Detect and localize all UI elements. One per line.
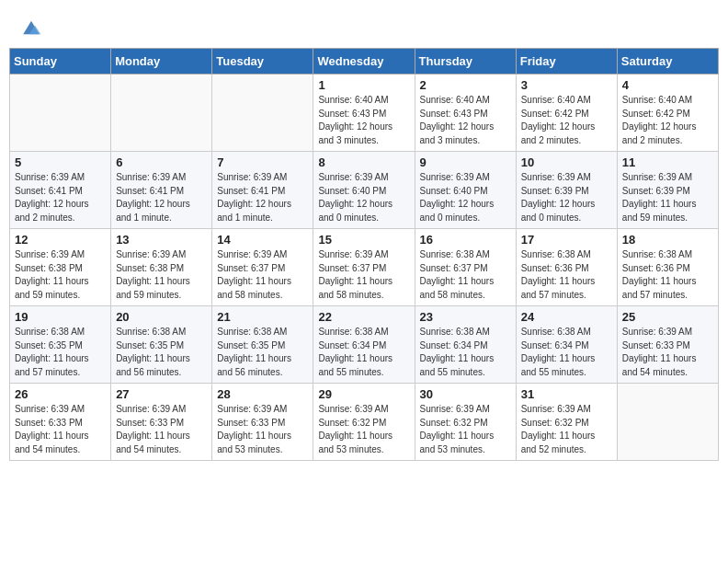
day-info: Sunrise: 6:39 AM Sunset: 6:40 PM Dayligh… xyxy=(318,171,409,224)
day-info: Sunrise: 6:38 AM Sunset: 6:34 PM Dayligh… xyxy=(318,326,409,379)
day-info: Sunrise: 6:38 AM Sunset: 6:34 PM Dayligh… xyxy=(521,326,612,379)
calendar-cell: 3Sunrise: 6:40 AM Sunset: 6:42 PM Daylig… xyxy=(516,75,617,152)
day-info: Sunrise: 6:39 AM Sunset: 6:37 PM Dayligh… xyxy=(318,248,409,302)
day-info: Sunrise: 6:38 AM Sunset: 6:35 PM Dayligh… xyxy=(116,326,207,379)
day-number: 21 xyxy=(217,310,308,324)
day-info: Sunrise: 6:38 AM Sunset: 6:36 PM Dayligh… xyxy=(521,248,612,302)
day-number: 19 xyxy=(15,310,106,324)
day-info: Sunrise: 6:39 AM Sunset: 6:39 PM Dayligh… xyxy=(622,171,713,224)
day-number: 7 xyxy=(217,155,308,169)
calendar-cell: 15Sunrise: 6:39 AM Sunset: 6:37 PM Dayli… xyxy=(313,229,415,306)
calendar-cell: 4Sunrise: 6:40 AM Sunset: 6:42 PM Daylig… xyxy=(617,75,718,152)
weekday-header-cell: Tuesday xyxy=(212,49,313,75)
calendar-cell: 9Sunrise: 6:39 AM Sunset: 6:40 PM Daylig… xyxy=(415,152,516,229)
calendar-cell: 19Sunrise: 6:38 AM Sunset: 6:35 PM Dayli… xyxy=(10,306,111,384)
calendar-week-row: 19Sunrise: 6:38 AM Sunset: 6:35 PM Dayli… xyxy=(10,306,719,384)
day-number: 4 xyxy=(622,78,713,92)
day-info: Sunrise: 6:40 AM Sunset: 6:43 PM Dayligh… xyxy=(420,94,511,147)
day-number: 13 xyxy=(116,233,207,247)
calendar-cell: 31Sunrise: 6:39 AM Sunset: 6:32 PM Dayli… xyxy=(516,384,617,461)
calendar-cell: 27Sunrise: 6:39 AM Sunset: 6:33 PM Dayli… xyxy=(111,384,212,461)
calendar-table: SundayMondayTuesdayWednesdayThursdayFrid… xyxy=(9,48,719,461)
day-number: 17 xyxy=(521,233,612,247)
calendar-week-row: 5Sunrise: 6:39 AM Sunset: 6:41 PM Daylig… xyxy=(10,152,719,229)
day-number: 30 xyxy=(420,387,511,401)
day-number: 18 xyxy=(622,233,713,247)
calendar-cell: 2Sunrise: 6:40 AM Sunset: 6:43 PM Daylig… xyxy=(415,75,516,152)
day-info: Sunrise: 6:38 AM Sunset: 6:37 PM Dayligh… xyxy=(420,248,511,302)
calendar-cell: 28Sunrise: 6:39 AM Sunset: 6:33 PM Dayli… xyxy=(212,384,313,461)
calendar-cell: 20Sunrise: 6:38 AM Sunset: 6:35 PM Dayli… xyxy=(111,306,212,384)
day-info: Sunrise: 6:38 AM Sunset: 6:35 PM Dayligh… xyxy=(217,326,308,379)
day-info: Sunrise: 6:38 AM Sunset: 6:34 PM Dayligh… xyxy=(420,326,511,379)
day-info: Sunrise: 6:40 AM Sunset: 6:42 PM Dayligh… xyxy=(622,94,713,147)
calendar-cell: 10Sunrise: 6:39 AM Sunset: 6:39 PM Dayli… xyxy=(516,152,617,229)
day-info: Sunrise: 6:40 AM Sunset: 6:42 PM Dayligh… xyxy=(521,94,612,147)
day-info: Sunrise: 6:39 AM Sunset: 6:39 PM Dayligh… xyxy=(521,171,612,224)
day-info: Sunrise: 6:39 AM Sunset: 6:38 PM Dayligh… xyxy=(116,248,207,302)
day-number: 12 xyxy=(15,233,106,247)
calendar-cell: 21Sunrise: 6:38 AM Sunset: 6:35 PM Dayli… xyxy=(212,306,313,384)
day-number: 25 xyxy=(622,310,713,324)
calendar-week-row: 12Sunrise: 6:39 AM Sunset: 6:38 PM Dayli… xyxy=(10,229,719,306)
logo xyxy=(18,17,42,39)
day-number: 3 xyxy=(521,78,612,92)
day-info: Sunrise: 6:39 AM Sunset: 6:32 PM Dayligh… xyxy=(318,403,409,456)
day-number: 9 xyxy=(420,155,511,169)
day-number: 27 xyxy=(116,387,207,401)
day-number: 1 xyxy=(318,78,409,92)
day-info: Sunrise: 6:39 AM Sunset: 6:33 PM Dayligh… xyxy=(15,403,106,456)
day-number: 31 xyxy=(521,387,612,401)
calendar-cell xyxy=(617,384,718,461)
calendar-cell xyxy=(111,75,212,152)
weekday-header-cell: Monday xyxy=(111,49,212,75)
day-number: 14 xyxy=(217,233,308,247)
weekday-header-row: SundayMondayTuesdayWednesdayThursdayFrid… xyxy=(10,49,719,75)
calendar-cell: 26Sunrise: 6:39 AM Sunset: 6:33 PM Dayli… xyxy=(10,384,111,461)
day-info: Sunrise: 6:39 AM Sunset: 6:33 PM Dayligh… xyxy=(116,403,207,456)
day-info: Sunrise: 6:39 AM Sunset: 6:41 PM Dayligh… xyxy=(15,171,106,224)
calendar-cell: 7Sunrise: 6:39 AM Sunset: 6:41 PM Daylig… xyxy=(212,152,313,229)
calendar-cell: 24Sunrise: 6:38 AM Sunset: 6:34 PM Dayli… xyxy=(516,306,617,384)
weekday-header-cell: Saturday xyxy=(617,49,718,75)
day-number: 8 xyxy=(318,155,409,169)
day-number: 5 xyxy=(15,155,106,169)
calendar-cell xyxy=(10,75,111,152)
day-number: 11 xyxy=(622,155,713,169)
day-info: Sunrise: 6:39 AM Sunset: 6:33 PM Dayligh… xyxy=(217,403,308,456)
weekday-header-cell: Friday xyxy=(516,49,617,75)
calendar-cell: 23Sunrise: 6:38 AM Sunset: 6:34 PM Dayli… xyxy=(415,306,516,384)
day-info: Sunrise: 6:39 AM Sunset: 6:33 PM Dayligh… xyxy=(622,326,713,379)
calendar-cell: 1Sunrise: 6:40 AM Sunset: 6:43 PM Daylig… xyxy=(313,75,415,152)
day-info: Sunrise: 6:38 AM Sunset: 6:36 PM Dayligh… xyxy=(622,248,713,302)
calendar-week-row: 26Sunrise: 6:39 AM Sunset: 6:33 PM Dayli… xyxy=(10,384,719,461)
day-number: 24 xyxy=(521,310,612,324)
calendar-cell: 29Sunrise: 6:39 AM Sunset: 6:32 PM Dayli… xyxy=(313,384,415,461)
calendar-cell: 12Sunrise: 6:39 AM Sunset: 6:38 PM Dayli… xyxy=(10,229,111,306)
calendar-cell: 6Sunrise: 6:39 AM Sunset: 6:41 PM Daylig… xyxy=(111,152,212,229)
day-number: 16 xyxy=(420,233,511,247)
day-number: 22 xyxy=(318,310,409,324)
day-number: 15 xyxy=(318,233,409,247)
calendar-cell: 25Sunrise: 6:39 AM Sunset: 6:33 PM Dayli… xyxy=(617,306,718,384)
calendar-cell: 17Sunrise: 6:38 AM Sunset: 6:36 PM Dayli… xyxy=(516,229,617,306)
page-header xyxy=(9,9,719,42)
weekday-header-cell: Wednesday xyxy=(313,49,415,75)
day-info: Sunrise: 6:39 AM Sunset: 6:32 PM Dayligh… xyxy=(521,403,612,456)
calendar-cell: 30Sunrise: 6:39 AM Sunset: 6:32 PM Dayli… xyxy=(415,384,516,461)
day-info: Sunrise: 6:40 AM Sunset: 6:43 PM Dayligh… xyxy=(318,94,409,147)
weekday-header-cell: Sunday xyxy=(10,49,111,75)
day-info: Sunrise: 6:38 AM Sunset: 6:35 PM Dayligh… xyxy=(15,326,106,379)
calendar-cell: 5Sunrise: 6:39 AM Sunset: 6:41 PM Daylig… xyxy=(10,152,111,229)
day-info: Sunrise: 6:39 AM Sunset: 6:40 PM Dayligh… xyxy=(420,171,511,224)
day-number: 10 xyxy=(521,155,612,169)
day-info: Sunrise: 6:39 AM Sunset: 6:32 PM Dayligh… xyxy=(420,403,511,456)
day-number: 23 xyxy=(420,310,511,324)
calendar-cell: 18Sunrise: 6:38 AM Sunset: 6:36 PM Dayli… xyxy=(617,229,718,306)
day-number: 2 xyxy=(420,78,511,92)
day-number: 29 xyxy=(318,387,409,401)
calendar-cell: 14Sunrise: 6:39 AM Sunset: 6:37 PM Dayli… xyxy=(212,229,313,306)
day-number: 28 xyxy=(217,387,308,401)
calendar-cell: 22Sunrise: 6:38 AM Sunset: 6:34 PM Dayli… xyxy=(313,306,415,384)
day-info: Sunrise: 6:39 AM Sunset: 6:37 PM Dayligh… xyxy=(217,248,308,302)
